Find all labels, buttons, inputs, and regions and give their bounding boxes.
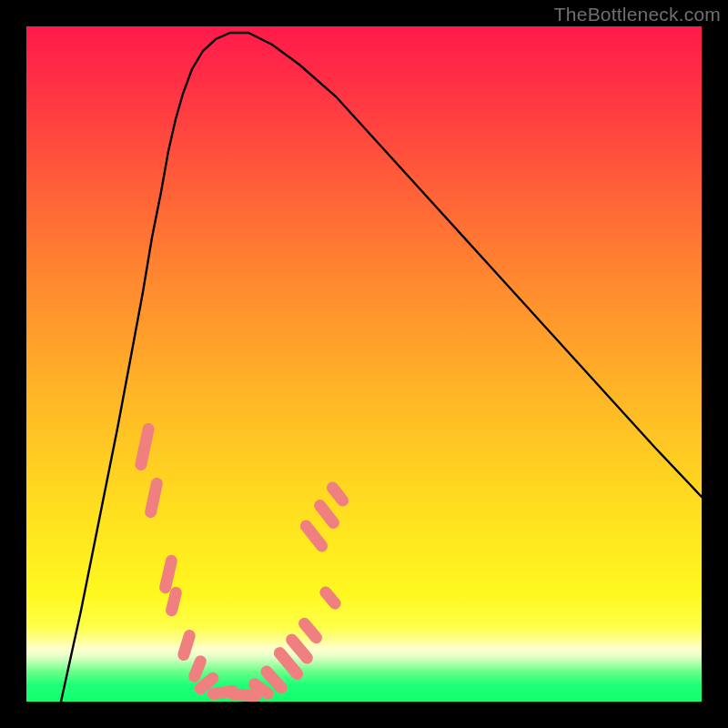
marker-bottom-1 (200, 678, 213, 689)
marker-cluster-right-upper2 (320, 506, 334, 523)
curve-layer (26, 26, 702, 702)
bottleneck-curve (61, 33, 702, 702)
marker-cluster-right-1 (267, 672, 281, 688)
marker-cluster-right-low (255, 684, 268, 693)
marker-cluster-left-upper (141, 429, 148, 464)
marker-layer (141, 429, 343, 695)
marker-cluster-left-upper2 (151, 483, 157, 511)
marker-cluster-right-3 (292, 640, 308, 658)
marker-cluster-left-mid2 (172, 592, 177, 610)
plot-area (26, 26, 702, 702)
marker-cluster-right-upper (306, 526, 321, 546)
marker-cluster-right-upper3 (332, 488, 342, 500)
marker-cluster-left-low2 (195, 662, 201, 677)
marker-cluster-right-4 (305, 623, 317, 637)
marker-cluster-right-5 (326, 592, 335, 603)
marker-cluster-left-mid (166, 561, 172, 587)
watermark-label: TheBottleneck.com (554, 4, 721, 25)
marker-cluster-left-low (184, 635, 189, 654)
chart-frame: TheBottleneck.com (0, 0, 728, 728)
marker-cluster-right-2 (279, 653, 297, 674)
marker-bottom-3 (234, 694, 256, 696)
